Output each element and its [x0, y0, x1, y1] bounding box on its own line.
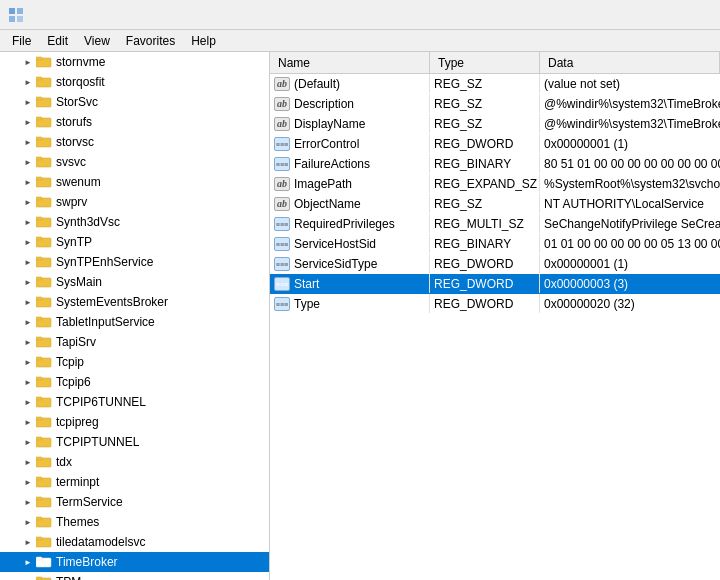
tree-item[interactable]: ► SysMain — [0, 272, 269, 292]
col-header-name: Name — [270, 52, 430, 73]
menu-item-favorites[interactable]: Favorites — [118, 30, 183, 51]
maximize-button[interactable] — [620, 0, 666, 30]
value-type-cell: REG_DWORD — [430, 134, 540, 153]
value-name: ObjectName — [294, 197, 361, 211]
tree-item[interactable]: ► tcpipreg — [0, 412, 269, 432]
value-type-cell: REG_DWORD — [430, 294, 540, 313]
tree-item-label: tdx — [56, 455, 269, 469]
tree-item-label: terminpt — [56, 475, 269, 489]
svg-rect-33 — [36, 337, 42, 340]
tree-item-label: swprv — [56, 195, 269, 209]
tree-item[interactable]: ► Synth3dVsc — [0, 212, 269, 232]
tree-item-label: TPM — [56, 575, 269, 580]
value-row[interactable]: ≡≡≡StartREG_DWORD0x00000003 (3) — [270, 274, 720, 294]
chevron-icon: ► — [20, 74, 36, 90]
value-data-cell: (value not set) — [540, 74, 720, 93]
folder-icon — [36, 334, 52, 350]
tree-item[interactable]: ► StorSvc — [0, 92, 269, 112]
tree-item[interactable]: ► swprv — [0, 192, 269, 212]
chevron-icon: ► — [20, 434, 36, 450]
tree-panel: ► stornvme► storqosfit► StorSvc► storufs… — [0, 52, 270, 580]
value-row[interactable]: abDisplayNameREG_SZ@%windir%\system32\Ti… — [270, 114, 720, 134]
tree-item-label: TCPIPTUNNEL — [56, 435, 269, 449]
reg-icon: ≡≡≡ — [274, 137, 290, 151]
minimize-button[interactable] — [574, 0, 620, 30]
tree-item[interactable]: ► swenum — [0, 172, 269, 192]
value-row[interactable]: ≡≡≡RequiredPrivilegesREG_MULTI_SZSeChang… — [270, 214, 720, 234]
value-row[interactable]: abImagePathREG_EXPAND_SZ%SystemRoot%\sys… — [270, 174, 720, 194]
tree-item[interactable]: ► terminpt — [0, 472, 269, 492]
menu-item-help[interactable]: Help — [183, 30, 224, 51]
folder-icon — [36, 254, 52, 270]
tree-item[interactable]: ► TCPIPTUNNEL — [0, 432, 269, 452]
close-button[interactable] — [666, 0, 712, 30]
tree-item[interactable]: ► TapiSrv — [0, 332, 269, 352]
tree-item[interactable]: ► svsvc — [0, 152, 269, 172]
value-row[interactable]: abDescriptionREG_SZ@%windir%\system32\Ti… — [270, 94, 720, 114]
value-data-cell: 01 01 00 00 00 00 00 05 13 00 00 00 — [540, 234, 720, 253]
tree-item-label: TapiSrv — [56, 335, 269, 349]
tree-item[interactable]: ► Tcpip — [0, 352, 269, 372]
value-row[interactable]: ≡≡≡FailureActionsREG_BINARY80 51 01 00 0… — [270, 154, 720, 174]
svg-rect-13 — [36, 137, 42, 140]
value-name: ImagePath — [294, 177, 352, 191]
chevron-icon: ► — [20, 174, 36, 190]
tree-item[interactable]: ► TermService — [0, 492, 269, 512]
value-type-cell: REG_DWORD — [430, 274, 540, 293]
value-name: Description — [294, 97, 354, 111]
value-row[interactable]: ≡≡≡ErrorControlREG_DWORD0x00000001 (1) — [270, 134, 720, 154]
tree-item-label: TermService — [56, 495, 269, 509]
value-row[interactable]: ≡≡≡ServiceHostSidREG_BINARY01 01 00 00 0… — [270, 234, 720, 254]
tree-item-label: storqosfit — [56, 75, 269, 89]
value-name-cell: ≡≡≡ErrorControl — [270, 134, 430, 153]
value-name: ServiceHostSid — [294, 237, 376, 251]
value-data-cell: 0x00000003 (3) — [540, 274, 720, 293]
menu-item-view[interactable]: View — [76, 30, 118, 51]
value-row[interactable]: ab(Default)REG_SZ(value not set) — [270, 74, 720, 94]
menu-item-edit[interactable]: Edit — [39, 30, 76, 51]
svg-rect-47 — [36, 477, 42, 480]
tree-item[interactable]: ► TCPIP6TUNNEL — [0, 392, 269, 412]
tree-item[interactable]: ► tdx — [0, 452, 269, 472]
tree-item[interactable]: ► stornvme — [0, 52, 269, 72]
chevron-icon: ► — [20, 354, 36, 370]
menu-item-file[interactable]: File — [4, 30, 39, 51]
tree-item[interactable]: ► TabletInputService — [0, 312, 269, 332]
value-row[interactable]: abObjectNameREG_SZNT AUTHORITY\LocalServ… — [270, 194, 720, 214]
reg-icon: ≡≡≡ — [274, 297, 290, 311]
value-type-cell: REG_SZ — [430, 194, 540, 213]
menu-bar: FileEditViewFavoritesHelp — [0, 30, 720, 52]
value-type-cell: REG_BINARY — [430, 154, 540, 173]
tree-item[interactable]: ► TimeBroker — [0, 552, 269, 572]
value-name-cell: ≡≡≡Start — [270, 274, 430, 293]
tree-item[interactable]: ► tiledatamodelsvc — [0, 532, 269, 552]
value-row[interactable]: ≡≡≡ServiceSidTypeREG_DWORD0x00000001 (1) — [270, 254, 720, 274]
chevron-icon: ► — [20, 254, 36, 270]
value-name: Start — [294, 277, 319, 291]
svg-rect-11 — [36, 117, 42, 120]
tree-item-label: Synth3dVsc — [56, 215, 269, 229]
tree-item[interactable]: ► storqosfit — [0, 72, 269, 92]
reg-icon: ≡≡≡ — [274, 217, 290, 231]
tree-item-label: Tcpip — [56, 355, 269, 369]
tree-item[interactable]: ► storvsc — [0, 132, 269, 152]
value-name: DisplayName — [294, 117, 365, 131]
value-data-cell: @%windir%\system32\TimeBroke — [540, 94, 720, 113]
tree-item[interactable]: ► Tcpip6 — [0, 372, 269, 392]
svg-rect-0 — [9, 8, 15, 14]
tree-item-label: TabletInputService — [56, 315, 269, 329]
svg-rect-17 — [36, 177, 42, 180]
folder-icon — [36, 414, 52, 430]
tree-item[interactable]: ► storufs — [0, 112, 269, 132]
tree-item[interactable]: ► SynTP — [0, 232, 269, 252]
tree-item[interactable]: ► TPM — [0, 572, 269, 580]
values-scroll[interactable]: ab(Default)REG_SZ(value not set)abDescri… — [270, 74, 720, 580]
tree-item[interactable]: ► SystemEventsBroker — [0, 292, 269, 312]
tree-item[interactable]: ► Themes — [0, 512, 269, 532]
tree-scroll[interactable]: ► stornvme► storqosfit► StorSvc► storufs… — [0, 52, 269, 580]
value-name-cell: abObjectName — [270, 194, 430, 213]
value-row[interactable]: ≡≡≡TypeREG_DWORD0x00000020 (32) — [270, 294, 720, 314]
chevron-icon: ► — [20, 54, 36, 70]
value-name-cell: ab(Default) — [270, 74, 430, 93]
tree-item[interactable]: ► SynTPEnhService — [0, 252, 269, 272]
